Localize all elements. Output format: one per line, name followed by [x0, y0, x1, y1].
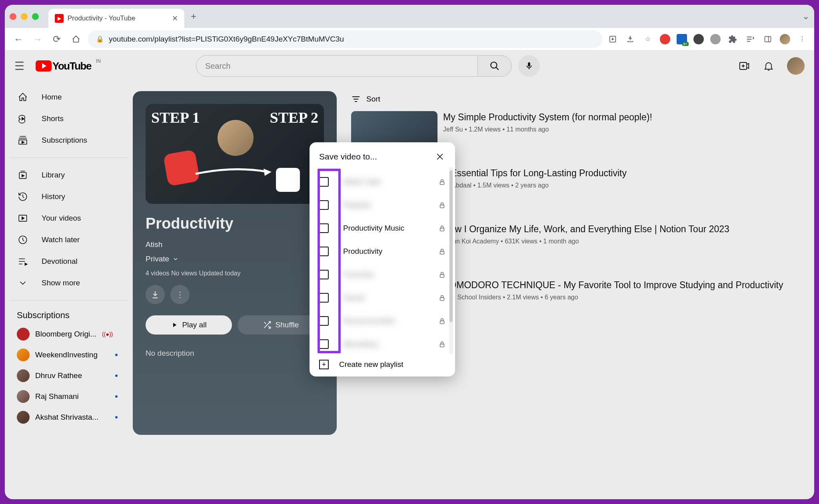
sidebar-item-watch-later[interactable]: Watch later: [10, 229, 128, 251]
watch-later-icon: [17, 234, 29, 246]
home-icon: [17, 91, 29, 103]
subscription-channel[interactable]: Raj Shamani: [10, 386, 128, 407]
checkbox[interactable]: [319, 339, 329, 349]
extension-icon[interactable]: [693, 34, 704, 44]
lock-icon: [439, 271, 445, 278]
play-all-button[interactable]: Play all: [146, 315, 232, 335]
forward-button: →: [30, 32, 45, 46]
checkbox[interactable]: [319, 316, 329, 326]
playlist-option-name: Productivity: [343, 247, 439, 256]
url-text: youtube.com/playlist?list=PLISTiG0Xt6y9g…: [109, 35, 344, 44]
sidebar-item-history[interactable]: History: [10, 186, 128, 207]
checkbox[interactable]: [319, 293, 329, 303]
new-content-dot-icon: [115, 375, 118, 377]
youtube-logo[interactable]: YouTube IN: [36, 60, 91, 72]
tab-title: Productivity - YouTube: [68, 14, 168, 22]
sidebar-item-playlist[interactable]: Devotional: [10, 251, 128, 272]
back-button[interactable]: ←: [11, 32, 26, 46]
svg-rect-15: [440, 228, 444, 231]
checkbox[interactable]: [319, 247, 329, 256]
playlist-option-name: Favorites: [343, 270, 439, 279]
svg-rect-18: [440, 297, 444, 300]
close-window-icon[interactable]: [10, 13, 16, 20]
playlist-option[interactable]: Recommended: [319, 309, 445, 333]
video-meta: Ali Abdaal • 1.5M views • 2 years ago: [443, 182, 627, 189]
browser-tab[interactable]: ▶ Productivity - YouTube ✕: [48, 9, 184, 28]
chevron-down-icon[interactable]: ⌄: [802, 11, 809, 22]
media-control-icon[interactable]: [745, 34, 756, 45]
playlist-option[interactable]: Productivity Music: [319, 217, 445, 240]
address-bar[interactable]: 🔒 youtube.com/playlist?list=PLISTiG0Xt6y…: [88, 30, 602, 48]
close-tab-icon[interactable]: ✕: [172, 14, 178, 23]
lock-icon: [439, 179, 445, 185]
chevron-down-icon: [17, 277, 29, 289]
extension-icon[interactable]: [660, 34, 670, 44]
voice-search-button[interactable]: [518, 55, 540, 77]
download-button[interactable]: [146, 285, 165, 304]
create-icon[interactable]: [738, 60, 750, 72]
sort-button[interactable]: Sort: [351, 91, 783, 107]
search-button[interactable]: [477, 55, 512, 77]
playlist-option-name: Watch later: [343, 177, 439, 186]
save-to-dialog: Save video to... Watch later Playlists P: [310, 142, 455, 377]
checkbox[interactable]: [319, 223, 329, 233]
new-tab-button[interactable]: +: [191, 11, 196, 22]
sidepanel-icon[interactable]: [762, 34, 773, 45]
sidebar-item-library[interactable]: Library: [10, 164, 128, 186]
playlist-option[interactable]: Favorites: [319, 263, 445, 286]
subscription-channel[interactable]: WeekendInvesting: [10, 345, 128, 365]
profile-avatar[interactable]: [780, 34, 790, 44]
checkbox[interactable]: [319, 200, 329, 210]
extension-icon[interactable]: [710, 34, 721, 44]
svg-rect-1: [765, 36, 771, 42]
hamburger-icon[interactable]: ☰: [14, 60, 24, 73]
sidebar: Home Shorts Subscriptions Library H: [5, 82, 133, 499]
sidebar-item-home[interactable]: Home: [10, 86, 128, 108]
subscriptions-icon: [17, 134, 29, 146]
install-icon[interactable]: [607, 34, 618, 45]
playlist-owner[interactable]: Atish: [146, 240, 324, 249]
scrollbar-thumb[interactable]: [449, 170, 453, 322]
sidebar-item-shorts[interactable]: Shorts: [10, 108, 128, 129]
checkbox[interactable]: [319, 177, 329, 187]
youtube-header: ☰ YouTube IN Search: [5, 50, 814, 82]
reload-button[interactable]: ⟳: [50, 32, 64, 46]
playlist-icon: [17, 255, 29, 267]
playlist-option-name: Miscellany: [343, 340, 439, 349]
home-button[interactable]: [69, 32, 83, 46]
subscription-channel[interactable]: Akshat Shrivasta...: [10, 407, 128, 428]
video-title: 5 Essential Tips for Long-Lasting Produc…: [443, 167, 627, 179]
notifications-icon[interactable]: [763, 60, 774, 72]
new-content-dot-icon: [115, 416, 118, 418]
playlist-privacy[interactable]: Private: [146, 255, 324, 263]
checkbox[interactable]: [319, 270, 329, 279]
history-icon: [17, 191, 29, 203]
sidebar-item-show-more[interactable]: Show more: [10, 272, 128, 294]
playlist-option[interactable]: Playlists: [319, 193, 445, 217]
bookmark-icon[interactable]: ☆: [642, 34, 653, 45]
share-icon[interactable]: [625, 34, 636, 45]
search-input[interactable]: Search: [196, 55, 477, 77]
playlist-option[interactable]: Watch later: [319, 170, 445, 193]
create-playlist-button[interactable]: + Create new playlist: [310, 353, 455, 377]
sidebar-item-your-videos[interactable]: Your videos: [10, 207, 128, 229]
playlist-stats: 4 videos No views Updated today: [146, 270, 324, 277]
maximize-window-icon[interactable]: [32, 13, 39, 20]
close-dialog-button[interactable]: [434, 151, 445, 162]
playlist-thumbnail[interactable]: STEP 1 STEP 2 N: [146, 104, 324, 204]
more-button[interactable]: ⋮: [170, 285, 190, 304]
minimize-window-icon[interactable]: [21, 13, 28, 20]
svg-rect-13: [440, 181, 444, 184]
playlist-option[interactable]: Miscellany: [319, 333, 445, 353]
extensions-icon[interactable]: [727, 34, 738, 45]
subscription-channel[interactable]: Dhruv Rathee: [10, 365, 128, 386]
playlist-option[interactable]: Saved: [319, 286, 445, 309]
subscription-channel[interactable]: Bloomberg Origi... ((●)): [10, 324, 128, 345]
sidebar-item-subscriptions[interactable]: Subscriptions: [10, 129, 128, 151]
your-videos-icon: [17, 212, 29, 224]
sort-icon: [351, 94, 361, 104]
menu-icon[interactable]: ⋮: [797, 34, 808, 45]
playlist-option[interactable]: Productivity: [319, 240, 445, 263]
user-avatar[interactable]: [787, 57, 805, 75]
extension-icon[interactable]: 9+: [677, 34, 687, 44]
